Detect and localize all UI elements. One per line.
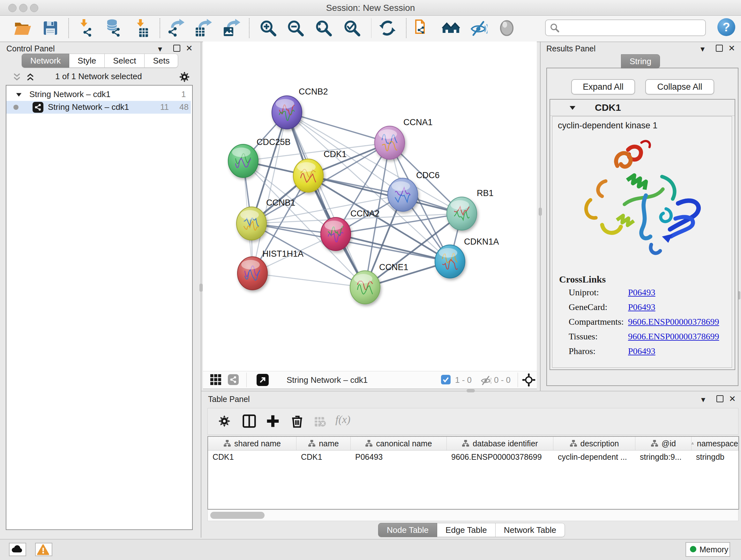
tab-network-table[interactable]: Network Table	[495, 523, 565, 537]
column-header-canonical-name[interactable]: canonical name	[351, 437, 447, 450]
network-canvas[interactable]: CCNB2CCNA1CDC25BCDK1CDC6RB1CCNB1CCNA2CDK…	[203, 42, 537, 371]
right-splitter[interactable]	[540, 42, 541, 391]
network-overview-icon[interactable]	[228, 374, 239, 385]
column-header--id[interactable]: @id	[635, 437, 691, 450]
collapse-all-icon[interactable]	[12, 72, 22, 82]
zoom-fit-icon[interactable]	[314, 19, 333, 37]
collapse-panel-icon[interactable]: ▾	[700, 45, 704, 53]
splitter-grip[interactable]	[199, 284, 203, 292]
table-horizontal-scrollbar[interactable]	[207, 509, 738, 521]
zoom-out-icon[interactable]	[286, 19, 305, 37]
column-header-name[interactable]: name	[296, 437, 351, 450]
table-cell[interactable]: P06493	[351, 450, 447, 463]
network-collection-row[interactable]: String Network – cdk1 1	[6, 88, 191, 101]
float-panel-icon[interactable]	[717, 395, 724, 402]
table-cell[interactable]: stringdb:9...	[635, 450, 691, 463]
export-image-icon[interactable]	[222, 19, 241, 37]
status-bar: Memory	[0, 539, 741, 560]
tab-network[interactable]: Network	[22, 54, 69, 68]
crosslink-row: GeneCard:P06493	[569, 302, 735, 317]
svg-text:HIST1H1A: HIST1H1A	[262, 249, 304, 259]
search-input[interactable]	[562, 21, 701, 34]
column-header-shared-name[interactable]: shared name	[208, 437, 296, 450]
hidden-counts: 0 - 0	[494, 375, 511, 385]
cloud-button[interactable]	[9, 543, 26, 556]
crosslink-link[interactable]: P06493	[628, 302, 656, 312]
tree-expander-icon[interactable]	[15, 91, 22, 98]
crosslink-label: Uniprot:	[569, 287, 599, 298]
table-cell[interactable]: CDK1	[208, 450, 296, 463]
help-icon[interactable]: ?	[718, 18, 735, 36]
svg-text:CCNB2: CCNB2	[299, 87, 328, 97]
float-panel-icon[interactable]	[173, 45, 180, 52]
close-panel-icon[interactable]: ✕	[728, 44, 735, 52]
crosslink-link[interactable]: 9606.ENSP00000378699	[628, 317, 719, 327]
zoom-in-icon[interactable]	[259, 19, 277, 37]
table-row[interactable]: CDK1CDK1P064939606.ENSP00000378699cyclin…	[208, 450, 738, 463]
grid-view-icon[interactable]	[210, 374, 221, 385]
collapse-panel-icon[interactable]: ▾	[158, 45, 162, 53]
network-graph[interactable]: CCNB2CCNA1CDC25BCDK1CDC6RB1CCNB1CCNA2CDK…	[203, 42, 537, 371]
import-network-icon[interactable]	[77, 19, 96, 37]
export-network-icon[interactable]	[166, 19, 185, 37]
tab-select[interactable]: Select	[105, 54, 145, 68]
hide-selected-icon[interactable]	[469, 19, 488, 37]
table-cell[interactable]: stringdb	[691, 450, 738, 463]
splitter-grip[interactable]	[467, 389, 475, 392]
section-expander-icon[interactable]	[569, 104, 576, 112]
tab-edge-table[interactable]: Edge Table	[437, 523, 495, 537]
float-panel-icon[interactable]	[716, 45, 723, 52]
column-header-database-identifier[interactable]: database identifier	[447, 437, 553, 450]
close-panel-icon[interactable]: ✕	[186, 44, 193, 52]
column-header-namespace[interactable]: namespace	[691, 437, 738, 450]
network-node-CCNA1	[375, 126, 405, 159]
table-cell[interactable]: cyclin-dependent ...	[553, 450, 635, 463]
crosslink-link[interactable]: 9606.ENSP00000378699	[628, 331, 719, 341]
collapse-panel-icon[interactable]: ▾	[701, 395, 705, 403]
warning-button[interactable]	[35, 543, 52, 556]
first-neighbors-file-icon[interactable]	[413, 19, 431, 37]
show-all-icon[interactable]	[497, 19, 516, 37]
expand-all-icon[interactable]	[25, 72, 35, 82]
network-node-CDK1	[293, 159, 323, 192]
selected-checkbox-icon[interactable]	[441, 375, 451, 384]
network-row-selected[interactable]: String Network – cdk1 11 48	[6, 101, 191, 114]
collapse-all-button[interactable]: Collapse All	[645, 79, 714, 95]
save-session-icon[interactable]	[41, 19, 60, 37]
expand-all-button[interactable]: Expand All	[571, 79, 635, 95]
birds-eye-view-icon[interactable]	[522, 373, 536, 387]
export-table-icon[interactable]	[194, 19, 212, 37]
collection-count: 1	[181, 89, 186, 99]
column-header-description[interactable]: description	[553, 437, 635, 450]
add-column-icon[interactable]	[266, 414, 280, 428]
string-home-icon[interactable]	[442, 19, 460, 37]
memory-button[interactable]: Memory	[685, 542, 730, 557]
table-cell[interactable]: 9606.ENSP00000378699	[447, 450, 553, 463]
tab-sets[interactable]: Sets	[145, 54, 178, 68]
table-cell[interactable]: CDK1	[296, 450, 351, 463]
table-settings-gear-icon[interactable]	[218, 415, 231, 428]
gear-icon[interactable]	[179, 71, 190, 83]
crosslink-link[interactable]: P06493	[628, 346, 656, 356]
gene-description: cyclin-dependent kinase 1	[558, 121, 657, 131]
open-session-icon[interactable]	[13, 19, 31, 37]
crosslink-link[interactable]: P06493	[628, 287, 656, 298]
import-network-from-database-icon[interactable]	[104, 19, 122, 37]
close-panel-icon[interactable]: ✕	[729, 395, 736, 403]
tab-node-table[interactable]: Node Table	[378, 523, 437, 537]
tab-string[interactable]: String	[621, 54, 660, 68]
delete-column-icon[interactable]	[290, 414, 304, 428]
scrollbar-thumb[interactable]	[210, 512, 265, 519]
import-table-icon[interactable]	[133, 19, 151, 37]
refresh-icon[interactable]	[378, 19, 397, 37]
network-view-toolbar: String Network – cdk1 1 - 0 0 - 0	[203, 371, 537, 389]
open-in-new-window-icon[interactable]	[257, 374, 269, 386]
edge-count: 48	[179, 102, 189, 112]
crosslinks-title: CrossLinks	[559, 274, 606, 285]
tab-style[interactable]: Style	[69, 54, 105, 68]
crosslink-row: Compartments:9606.ENSP00000378699	[569, 317, 735, 331]
show-columns-icon[interactable]	[242, 414, 256, 428]
splitter-grip[interactable]	[539, 207, 542, 216]
gene-section-header[interactable]: CDK1	[550, 100, 735, 116]
zoom-selected-icon[interactable]	[343, 19, 361, 37]
